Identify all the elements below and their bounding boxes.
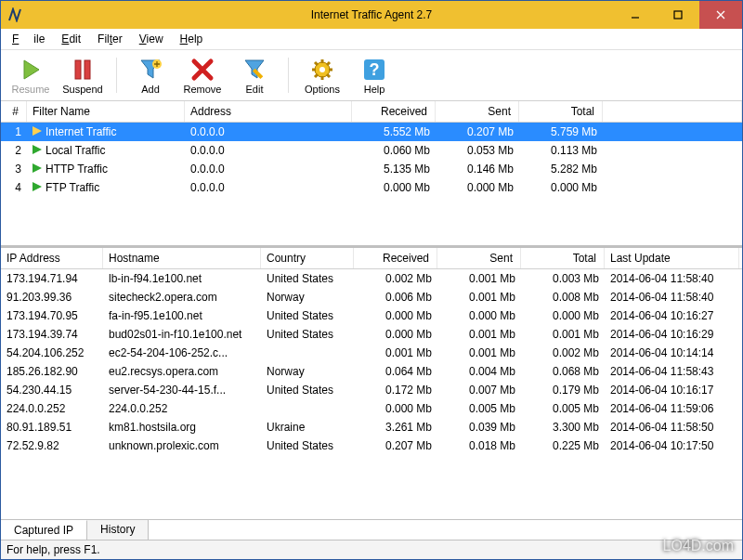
- cell-host: 224.0.0.252: [103, 402, 261, 415]
- cell-recv: 0.172 Mb: [354, 384, 437, 397]
- col-total2[interactable]: Total: [521, 248, 605, 268]
- resume-button[interactable]: Resume: [7, 54, 55, 97]
- col-name[interactable]: Filter Name: [27, 101, 185, 122]
- menu-filter[interactable]: Filter: [90, 31, 130, 47]
- col-address[interactable]: Address: [185, 101, 352, 122]
- maximize-button[interactable]: [657, 1, 699, 29]
- captured-row[interactable]: 72.52.9.82unknown.prolexic.comUnited Sta…: [1, 436, 742, 455]
- svg-point-9: [319, 67, 325, 72]
- cell-num: 3: [1, 163, 27, 176]
- cell-addr: 0.0.0.0: [185, 181, 352, 194]
- options-button[interactable]: Options: [298, 54, 346, 97]
- captured-row[interactable]: 54.204.106.252ec2-54-204-106-252.c...0.0…: [1, 344, 742, 362]
- cell-sent: 0.004 Mb: [437, 365, 521, 378]
- cell-name: Internet Traffic: [27, 125, 185, 138]
- cell-ip: 185.26.182.90: [1, 365, 103, 378]
- cell-host: unknown.prolexic.com: [103, 439, 261, 452]
- cell-country: United States: [261, 272, 354, 285]
- cell-name: HTTP Traffic: [27, 163, 185, 176]
- app-icon: [8, 7, 23, 22]
- col-recv[interactable]: Received: [354, 248, 437, 268]
- cell-recv: 0.000 Mb: [354, 309, 437, 322]
- filter-row[interactable]: 3HTTP Traffic0.0.0.05.135 Mb0.146 Mb5.28…: [1, 160, 742, 178]
- minimize-button[interactable]: [614, 1, 657, 29]
- add-button[interactable]: Add: [126, 54, 175, 97]
- cell-sent: 0.000 Mb: [437, 309, 521, 322]
- remove-button[interactable]: Remove: [178, 54, 227, 97]
- col-country[interactable]: Country: [261, 248, 354, 268]
- cell-time: 2014-06-04 11:58:40: [605, 291, 739, 304]
- edit-filter-icon: [242, 56, 267, 84]
- cell-country: Ukraine: [261, 421, 354, 434]
- filter-row[interactable]: 2Local Traffic0.0.0.00.060 Mb0.053 Mb0.1…: [1, 141, 742, 160]
- captured-row[interactable]: 185.26.182.90eu2.recsys.opera.comNorway0…: [1, 362, 742, 381]
- cell-sent: 0.018 Mb: [437, 439, 521, 452]
- cell-recv: 0.000 Mb: [354, 402, 437, 415]
- captured-row[interactable]: 80.91.189.51km81.hostsila.orgUkraine3.26…: [1, 418, 742, 436]
- cell-total: 3.300 Mb: [521, 421, 605, 434]
- close-button[interactable]: [699, 1, 742, 29]
- remove-label: Remove: [184, 84, 222, 95]
- cell-recv: 0.207 Mb: [354, 439, 437, 452]
- cell-time: 2014-06-04 10:14:14: [605, 346, 739, 359]
- menu-help[interactable]: Help: [173, 31, 211, 47]
- help-icon: ?: [362, 56, 386, 84]
- cell-host: sitecheck2.opera.com: [103, 291, 261, 304]
- help-button[interactable]: ? Help: [350, 54, 398, 97]
- col-ip[interactable]: IP Address: [1, 248, 103, 268]
- col-sent[interactable]: Sent: [436, 101, 519, 122]
- captured-body: 173.194.71.94lb-in-f94.1e100.netUnited S…: [1, 269, 742, 519]
- menu-file[interactable]: File: [5, 31, 52, 47]
- filters-list: # Filter Name Address Received Sent Tota…: [1, 101, 742, 246]
- add-label: Add: [141, 84, 160, 95]
- cell-time: 2014-06-04 11:58:50: [605, 421, 739, 434]
- cell-recv: 0.001 Mb: [354, 346, 437, 359]
- col-received[interactable]: Received: [352, 101, 436, 122]
- svg-rect-0: [674, 11, 682, 19]
- cell-time: 2014-06-04 10:16:27: [605, 309, 739, 322]
- svg-text:?: ?: [370, 60, 380, 79]
- cell-name: FTP Traffic: [27, 181, 185, 194]
- cell-country: United States: [261, 328, 354, 341]
- play-icon: [33, 181, 42, 194]
- captured-row[interactable]: 54.230.44.15server-54-230-44-15.f...Unit…: [1, 381, 742, 399]
- suspend-label: Suspend: [62, 84, 102, 95]
- play-icon: [19, 56, 43, 84]
- resume-label: Resume: [12, 84, 50, 95]
- suspend-button[interactable]: Suspend: [59, 54, 107, 97]
- captured-row[interactable]: 224.0.0.252224.0.0.2520.000 Mb0.005 Mb0.…: [1, 399, 742, 418]
- cell-num: 2: [1, 144, 27, 157]
- add-filter-icon: [138, 56, 163, 84]
- menu-view[interactable]: View: [132, 31, 171, 47]
- cell-total: 0.068 Mb: [521, 365, 605, 378]
- filter-row[interactable]: 4FTP Traffic0.0.0.00.000 Mb0.000 Mb0.000…: [1, 178, 742, 197]
- captured-row[interactable]: 173.194.39.74bud02s01-in-f10.1e100.netUn…: [1, 325, 742, 344]
- col-host[interactable]: Hostname: [103, 248, 261, 268]
- tab-captured-ip[interactable]: Captured IP: [1, 520, 87, 540]
- cell-host: eu2.recsys.opera.com: [103, 365, 261, 378]
- tab-history[interactable]: History: [87, 520, 149, 540]
- help-label: Help: [364, 84, 385, 95]
- menu-edit[interactable]: Edit: [54, 31, 88, 47]
- col-update[interactable]: Last Update: [605, 248, 739, 268]
- bottom-tabs: Captured IP History: [1, 519, 742, 540]
- title-bar: Internet Traffic Agent 2.7: [1, 1, 742, 29]
- captured-header: IP Address Hostname Country Received Sen…: [1, 248, 742, 269]
- cell-ip: 173.194.39.74: [1, 328, 103, 341]
- edit-button[interactable]: Edit: [230, 54, 279, 97]
- captured-row[interactable]: 91.203.99.36sitecheck2.opera.comNorway0.…: [1, 288, 742, 306]
- col-num[interactable]: #: [1, 101, 27, 122]
- svg-marker-15: [33, 182, 42, 191]
- col-sent2[interactable]: Sent: [437, 248, 521, 268]
- play-icon: [33, 125, 42, 138]
- col-total[interactable]: Total: [519, 101, 603, 122]
- captured-row[interactable]: 173.194.71.94lb-in-f94.1e100.netUnited S…: [1, 269, 742, 288]
- cell-ip: 91.203.99.36: [1, 291, 103, 304]
- cell-ip: 80.91.189.51: [1, 421, 103, 434]
- remove-icon: [190, 56, 215, 84]
- filter-row[interactable]: 1Internet Traffic0.0.0.05.552 Mb0.207 Mb…: [1, 123, 742, 141]
- svg-marker-14: [33, 163, 42, 173]
- menu-bar: File Edit Filter View Help: [1, 29, 742, 50]
- cell-sent: 0.053 Mb: [436, 144, 519, 157]
- captured-row[interactable]: 173.194.70.95fa-in-f95.1e100.netUnited S…: [1, 306, 742, 325]
